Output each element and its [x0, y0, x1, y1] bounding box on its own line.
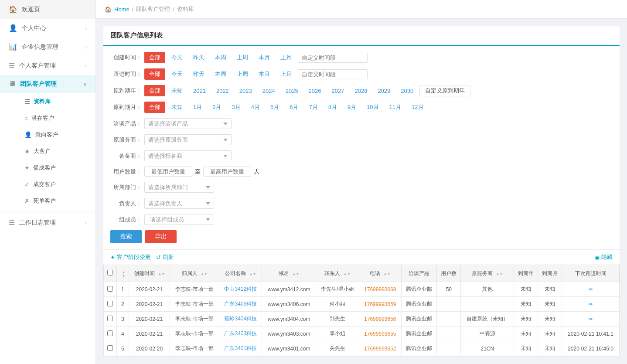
btn-year-unknown[interactable]: 未知 [167, 85, 187, 96]
btn-month-11[interactable]: 11月 [385, 102, 406, 112]
row-company[interactable]: 蕉岭3404科技 [219, 312, 262, 327]
th-checkbox [104, 265, 117, 282]
follow-time-custom-input[interactable] [298, 69, 368, 79]
sidebar-sub-item-deal-customer[interactable]: ✓ 成交客户 [17, 176, 95, 193]
sidebar-item-personal-center[interactable]: 👤 个人中心 › [0, 19, 95, 37]
row-company[interactable]: 广东3403科技 [219, 327, 262, 341]
btn-create-thisweek[interactable]: 本周 [211, 52, 231, 63]
btn-create-lastmonth[interactable]: 上月 [276, 52, 296, 63]
min-user-count-input[interactable] [144, 167, 192, 177]
btn-create-all[interactable]: 全部 [144, 52, 165, 63]
btn-year-all[interactable]: 全部 [144, 85, 165, 96]
edit-icon[interactable]: ✏ [589, 316, 593, 322]
btn-month-3[interactable]: 3月 [227, 102, 245, 112]
responsible-select[interactable]: 请选择负责人 [144, 198, 214, 209]
th-create-time[interactable]: 创建时间 ▲▼ [129, 265, 170, 282]
edit-icon[interactable]: ✏ [589, 286, 593, 293]
btn-follow-lastweek[interactable]: 上周 [232, 69, 252, 79]
search-button[interactable]: 搜索 [110, 230, 142, 243]
sidebar-sub-item-potential-customer[interactable]: ○ 潜在客户 [17, 110, 95, 126]
edit-icon[interactable]: ✏ [589, 301, 593, 307]
btn-follow-all[interactable]: 全部 [144, 68, 165, 80]
btn-month-1[interactable]: 1月 [189, 102, 206, 112]
sidebar-sub-item-intent-customer[interactable]: 👤 意向客户 [17, 126, 95, 143]
sidebar-item-work-log[interactable]: ☰ 工作日志管理 › [0, 213, 95, 232]
row-expire-month: 未知 [538, 282, 562, 297]
btn-create-today[interactable]: 今天 [167, 52, 187, 63]
btn-year-2023[interactable]: 2023 [235, 86, 256, 95]
sidebar-item-personal-customer[interactable]: ☰ 个人客户管理 › [0, 56, 95, 75]
sidebar-item-team-customer[interactable]: 🖥 团队客户管理 ∨ [0, 75, 95, 93]
btn-create-yesterday[interactable]: 昨天 [189, 52, 209, 63]
row-company[interactable]: 中山3412科技 [219, 282, 262, 297]
department-select[interactable]: 请选择所属部门 [144, 182, 214, 193]
breadcrumb-home-link[interactable]: Home [114, 6, 129, 13]
max-user-count-input[interactable] [203, 167, 251, 177]
btn-custom-year[interactable]: 自定义原到期年 [419, 85, 470, 96]
refresh-link[interactable]: ↺ 刷新 [156, 253, 174, 261]
btn-follow-today[interactable]: 今天 [167, 69, 187, 79]
backup-service-select[interactable]: 请选择报备商 [144, 150, 232, 161]
sidebar-sub-item-promote-customer[interactable]: ✦ 促成客户 [17, 160, 95, 176]
btn-month-2[interactable]: 2月 [208, 102, 225, 112]
stage-change-link[interactable]: ✦ 客户阶段变更 [110, 253, 151, 261]
export-button[interactable]: 导出 [145, 230, 177, 243]
row-checkbox[interactable] [107, 330, 113, 336]
btn-create-lastweek[interactable]: 上周 [232, 52, 252, 63]
btn-month-9[interactable]: 9月 [343, 102, 361, 112]
th-owner[interactable]: 归属人 ▲▼ [170, 265, 219, 282]
row-contact: 李先生/温小姐 [316, 282, 359, 297]
btn-follow-lastmonth[interactable]: 上月 [276, 69, 296, 79]
th-phone[interactable]: 电话 ▲▼ [359, 265, 401, 282]
row-checkbox[interactable] [107, 286, 113, 292]
create-time-custom-input[interactable] [298, 53, 368, 63]
original-service-select[interactable]: 请选择原服务商 [144, 134, 232, 145]
row-index: 5 [117, 341, 129, 356]
toolbar-right[interactable]: ◉ 隐藏 [595, 253, 613, 261]
btn-year-2025[interactable]: 2025 [281, 86, 303, 95]
btn-month-4[interactable]: 4月 [247, 102, 264, 112]
btn-month-6[interactable]: 6月 [285, 102, 303, 112]
btn-month-10[interactable]: 10月 [362, 102, 383, 112]
sidebar-sub-item-dead-customer[interactable]: ✗ 死单客户 [17, 193, 95, 209]
btn-year-2029[interactable]: 2029 [373, 86, 395, 95]
row-company[interactable]: 广东3401科技 [219, 341, 262, 356]
btn-month-12[interactable]: 12月 [407, 102, 428, 112]
th-domain[interactable]: 域名 ▲▼ [262, 265, 316, 282]
filter-row-backup-service: 备备商： 请选择报备商 [110, 150, 613, 161]
row-checkbox[interactable] [107, 301, 113, 306]
btn-year-2028[interactable]: 2028 [350, 86, 371, 95]
btn-month-5[interactable]: 5月 [266, 102, 283, 112]
sidebar-item-welcome[interactable]: 🏠 欢迎页 [0, 0, 95, 19]
btn-year-2024[interactable]: 2024 [258, 86, 279, 95]
btn-month-unknown[interactable]: 未知 [167, 102, 187, 112]
btn-year-2022[interactable]: 2022 [212, 86, 233, 95]
row-index: 2 [117, 297, 129, 312]
btn-month-8[interactable]: 8月 [324, 102, 341, 112]
btn-year-2026[interactable]: 2026 [304, 86, 326, 95]
member-select[interactable]: -请选择组成员- [144, 214, 214, 225]
user-count-area: 至 人 [144, 167, 259, 177]
select-all-checkbox[interactable] [107, 270, 113, 276]
row-company[interactable]: 广东3406科技 [219, 297, 262, 312]
btn-year-2021[interactable]: 2021 [189, 86, 210, 95]
sidebar-sub-item-data-library[interactable]: ☰ 资料库 [17, 93, 95, 110]
table-toolbar: ✦ 客户阶段变更 ↺ 刷新 ◉ 隐藏 [103, 249, 620, 265]
th-contact[interactable]: 联系人 ▲▼ [316, 265, 359, 282]
sidebar-item-company-management[interactable]: 📊 企业信息管理 › [0, 37, 95, 56]
btn-follow-thismonth[interactable]: 本月 [254, 69, 274, 79]
talk-product-select[interactable]: 请选择洽谈产品 [144, 118, 232, 129]
btn-month-all[interactable]: 全部 [144, 102, 165, 113]
btn-create-thismonth[interactable]: 本月 [254, 52, 274, 63]
btn-follow-yesterday[interactable]: 昨天 [189, 69, 209, 79]
th-original-service[interactable]: 原服务商 ▲▼ [461, 265, 514, 282]
btn-month-7[interactable]: 7月 [304, 102, 322, 112]
breadcrumb-sep1: / [132, 6, 134, 13]
btn-year-2027[interactable]: 2027 [327, 86, 349, 95]
row-checkbox[interactable] [107, 345, 113, 351]
sidebar-sub-item-major-customer[interactable]: ★ 大客户 [17, 143, 95, 160]
row-checkbox[interactable] [107, 316, 113, 321]
btn-follow-thisweek[interactable]: 本周 [211, 69, 231, 79]
btn-year-2030[interactable]: 2030 [396, 86, 418, 95]
th-company[interactable]: 公司名称 ▲▼ [219, 265, 262, 282]
